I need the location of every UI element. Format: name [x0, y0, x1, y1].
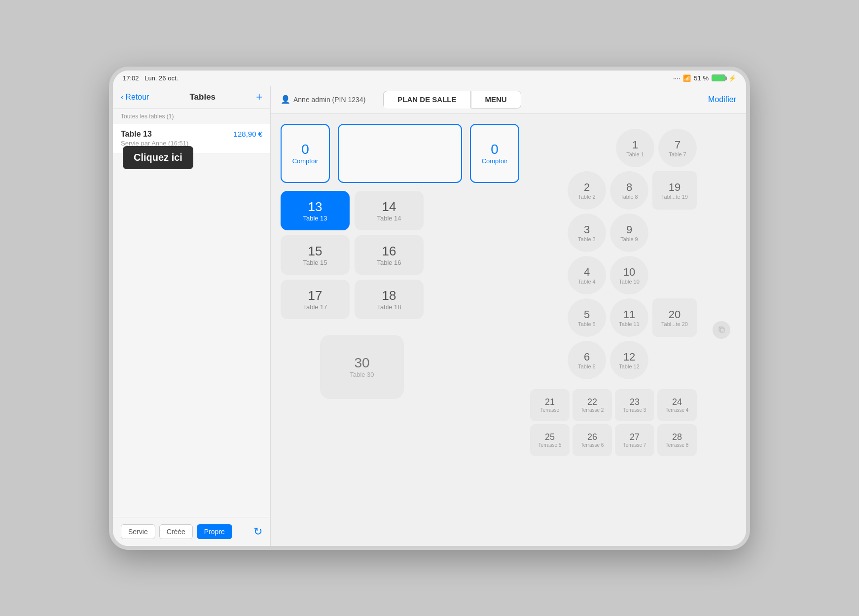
content-header: 👤 Anne admin (PIN 1234) PLAN DE SALLE ME…	[271, 86, 746, 114]
user-info: 👤 Anne admin (PIN 1234)	[281, 95, 365, 104]
filter-servie-button[interactable]: Servie	[121, 524, 155, 539]
tab-plan-de-salle[interactable]: PLAN DE SALLE	[383, 91, 470, 109]
counter-box-2[interactable]: 0 Comptoir	[470, 124, 519, 183]
status-right: ···· 📶 51 % ⚡	[673, 74, 736, 82]
table-3[interactable]: 3 Table 3	[568, 214, 606, 252]
terrasse-27[interactable]: 27 Terrasse 7	[615, 424, 654, 456]
table-19[interactable]: 19 Tabl...te 19	[652, 171, 697, 210]
right-row-1: 1 Table 1 7 Table 7	[529, 129, 697, 167]
copy-icon[interactable]: ⧉	[713, 321, 730, 339]
device-frame: 17:02 Lun. 26 oct. ···· 📶 51 % ⚡ ‹ Retou…	[109, 67, 750, 550]
right-zone: 1 Table 1 7 Table 7 2	[529, 124, 697, 536]
main-layout: ‹ Retour Tables + Toutes les tables (1) …	[113, 86, 746, 546]
terrasse-23[interactable]: 23 Terrasse 3	[615, 389, 654, 421]
tab-group: PLAN DE SALLE MENU	[383, 91, 521, 109]
terrasse-grid: 21 Terrasse 22 Terrasse 2 23 Terrasse 3	[529, 389, 697, 456]
modifier-button[interactable]: Modifier	[708, 95, 736, 104]
right-row-5: 5 Table 5 11 Table 11 20 Tabl...te 20	[529, 298, 697, 337]
table-item-price: 128,90 €	[234, 130, 262, 138]
right-row-6: 6 Table 6 12 Table 12	[529, 341, 697, 379]
section-label: Toutes les tables (1)	[113, 109, 270, 124]
counter-connector	[338, 124, 462, 183]
bottom-zone: 30 Table 30	[281, 335, 519, 399]
table-item-info: Table 13 Servie par Anne (16:51)	[121, 130, 188, 147]
sidebar: ‹ Retour Tables + Toutes les tables (1) …	[113, 86, 271, 546]
table-1[interactable]: 1 Table 1	[616, 129, 654, 167]
sidebar-title: Tables	[189, 92, 215, 102]
table-cell-15[interactable]: 15 Table 15	[281, 235, 350, 275]
right-row-3: 3 Table 3 9 Table 9	[529, 214, 697, 252]
table-20[interactable]: 20 Tabl...te 20	[652, 298, 697, 337]
filter-propre-button[interactable]: Propre	[197, 524, 232, 539]
table-7[interactable]: 7 Table 7	[658, 129, 697, 167]
left-tables-grid: 13 Table 13 14 Table 14 15 Table 15 16	[281, 191, 519, 319]
table-30[interactable]: 30 Table 30	[320, 335, 404, 399]
counter-1-label: Comptoir	[292, 157, 319, 165]
add-table-button[interactable]: +	[256, 91, 262, 104]
table-item-name: Table 13	[121, 130, 188, 139]
counter-1-num: 0	[301, 142, 309, 157]
tab-menu[interactable]: MENU	[471, 91, 521, 109]
right-side-panel: ⧉	[707, 124, 736, 536]
right-tables: 1 Table 1 7 Table 7 2	[529, 124, 697, 456]
terrasse-21[interactable]: 21 Terrasse	[530, 389, 570, 421]
counter-box-1[interactable]: 0 Comptoir	[281, 124, 330, 183]
table-cell-18[interactable]: 18 Table 18	[355, 280, 424, 319]
table-8[interactable]: 8 Table 8	[610, 171, 648, 210]
sidebar-footer: Servie Créée Propre ↻	[113, 517, 270, 546]
table-2[interactable]: 2 Table 2	[568, 171, 606, 210]
counter-area: 0 Comptoir 0 Comptoir	[281, 124, 519, 183]
filter-creee-button[interactable]: Créée	[159, 524, 193, 539]
user-icon: 👤	[281, 95, 290, 104]
table-cell-13[interactable]: 13 Table 13	[281, 191, 350, 230]
table-cell-16[interactable]: 16 Table 16	[355, 235, 424, 275]
content: 👤 Anne admin (PIN 1234) PLAN DE SALLE ME…	[271, 86, 746, 546]
terrasse-24[interactable]: 24 Terrasse 4	[657, 389, 697, 421]
table-6[interactable]: 6 Table 6	[568, 341, 606, 379]
table-10[interactable]: 10 Table 10	[610, 256, 648, 294]
back-label: Retour	[125, 93, 149, 102]
table-4[interactable]: 4 Table 4	[568, 256, 606, 294]
battery-icon	[712, 74, 725, 81]
table-list-item[interactable]: Table 13 Servie par Anne (16:51) 128,90 …	[113, 124, 270, 153]
terrasse-26[interactable]: 26 Terrasse 6	[573, 424, 612, 456]
table-cell-14[interactable]: 14 Table 14	[355, 191, 424, 230]
table-cell-17[interactable]: 17 Table 17	[281, 280, 350, 319]
counter-2-label: Comptoir	[482, 157, 508, 165]
terrasse-22[interactable]: 22 Terrasse 2	[573, 389, 612, 421]
chevron-left-icon: ‹	[121, 93, 123, 102]
status-time: 17:02 Lun. 26 oct.	[123, 74, 178, 82]
counter-2-num: 0	[491, 142, 499, 157]
sidebar-header: ‹ Retour Tables +	[113, 86, 270, 109]
left-zone: 0 Comptoir 0 Comptoir 13 Table	[281, 124, 519, 536]
terrasse-28[interactable]: 28 Terrasse 8	[657, 424, 697, 456]
right-row-2: 2 Table 2 8 Table 8 19 Tabl...te 19	[529, 171, 697, 210]
table-5[interactable]: 5 Table 5	[568, 298, 606, 337]
table-11[interactable]: 11 Table 11	[610, 298, 648, 337]
refresh-button[interactable]: ↻	[253, 525, 262, 538]
right-row-4: 4 Table 4 10 Table 10	[529, 256, 697, 294]
table-9[interactable]: 9 Table 9	[610, 214, 648, 252]
floor-plan: 0 Comptoir 0 Comptoir 13 Table	[271, 114, 746, 546]
terrasse-25[interactable]: 25 Terrasse 5	[530, 424, 570, 456]
table-12[interactable]: 12 Table 12	[610, 341, 648, 379]
status-bar: 17:02 Lun. 26 oct. ···· 📶 51 % ⚡	[113, 71, 746, 86]
user-label: Anne admin (PIN 1234)	[293, 96, 365, 104]
tooltip: Cliquez ici	[123, 146, 193, 169]
back-button[interactable]: ‹ Retour	[121, 93, 149, 102]
